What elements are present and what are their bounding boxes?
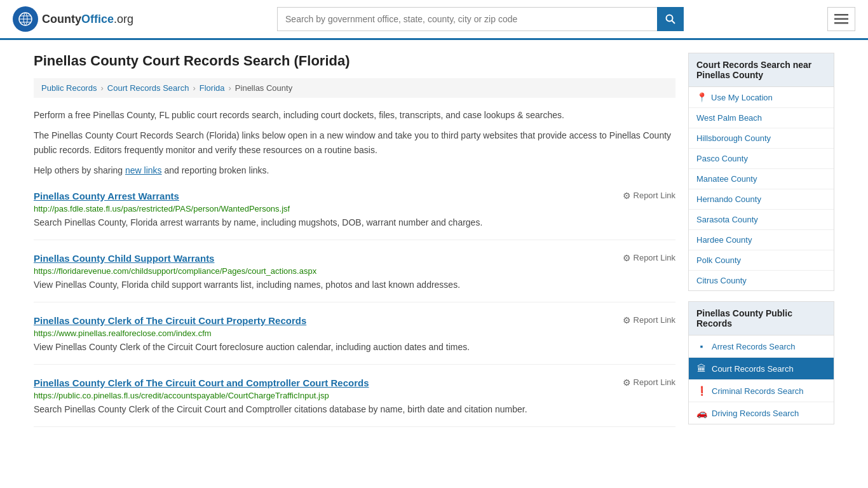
logo-area: CountyOffice.org	[13, 6, 133, 32]
report-icon-1: ⚙	[623, 253, 631, 263]
result-title-2[interactable]: Pinellas County Clerk of The Circuit Cou…	[34, 315, 306, 326]
nearby-title: Court Records Search near Pinellas Count…	[689, 53, 834, 87]
report-link-0[interactable]: ⚙ Report Link	[623, 191, 675, 201]
nearby-list-item: Hardee County	[689, 230, 834, 250]
nav-icon-1: 🏛	[696, 363, 707, 374]
result-item: Pinellas County Clerk of The Circuit Cou…	[34, 377, 675, 427]
search-icon	[665, 14, 675, 24]
report-icon-0: ⚙	[623, 191, 631, 201]
result-url-3[interactable]: https://public.co.pinellas.fl.us/credit/…	[34, 391, 675, 400]
result-url-2[interactable]: https://www.pinellas.realforeclose.com/i…	[34, 329, 675, 338]
hamburger-icon	[834, 14, 848, 24]
sidebar: Court Records Search near Pinellas Count…	[688, 53, 834, 435]
report-label-2: Report Link	[634, 315, 675, 325]
result-title-3[interactable]: Pinellas County Clerk of The Circuit Cou…	[34, 377, 369, 388]
location-pin-icon: 📍	[696, 92, 707, 102]
nearby-list-item: Polk County	[689, 250, 834, 271]
nearby-link-0[interactable]: West Palm Beach	[689, 108, 834, 128]
report-link-3[interactable]: ⚙ Report Link	[623, 377, 675, 388]
breadcrumb-sep-2: ›	[193, 83, 195, 93]
result-desc-3: Search Pinellas County Clerk of the Circ…	[34, 403, 675, 416]
nav-item-2[interactable]: ❗Criminal Records Search	[689, 380, 834, 402]
nearby-links-list: West Palm BeachHillsborough CountyPasco …	[689, 108, 834, 290]
breadcrumb-sep-1: ›	[100, 83, 103, 93]
nav-list-item: 🚗Driving Records Search	[689, 402, 834, 424]
nearby-link-7[interactable]: Polk County	[689, 250, 834, 270]
nearby-link-6[interactable]: Hardee County	[689, 230, 834, 250]
svg-rect-7	[834, 18, 848, 20]
report-link-2[interactable]: ⚙ Report Link	[623, 315, 675, 325]
nearby-list-item: Sarasota County	[689, 210, 834, 230]
nav-item-0[interactable]: ▪Arrest Records Search	[689, 336, 834, 357]
result-header: Pinellas County Arrest Warrants ⚙ Report…	[34, 191, 675, 201]
breadcrumb-public-records[interactable]: Public Records	[41, 83, 97, 93]
nearby-list-item: Manatee County	[689, 169, 834, 189]
search-button[interactable]	[657, 7, 684, 31]
nav-label-3: Driving Records Search	[712, 409, 799, 418]
nav-item-1[interactable]: 🏛Court Records Search	[689, 358, 834, 379]
public-records-title: Pinellas County Public Records	[689, 302, 834, 336]
result-desc-1: View Pinellas County, Florida child supp…	[34, 278, 675, 292]
public-records-section: Pinellas County Public Records ▪Arrest R…	[688, 301, 834, 424]
public-records-nav: ▪Arrest Records Search🏛Court Records Sea…	[689, 336, 834, 424]
svg-point-4	[667, 15, 673, 22]
result-url-1[interactable]: https://floridarevenue.com/childsupport/…	[34, 266, 675, 276]
nav-label-2: Criminal Records Search	[712, 386, 804, 396]
result-desc-2: View Pinellas County Clerk of the Circui…	[34, 341, 675, 354]
logo-icon	[13, 6, 38, 32]
header: CountyOffice.org	[0, 0, 868, 40]
breadcrumb: Public Records › Court Records Search › …	[34, 78, 675, 98]
breadcrumb-current: Pinellas County	[235, 83, 292, 93]
result-title-1[interactable]: Pinellas County Child Support Warrants	[34, 253, 214, 264]
new-links-link[interactable]: new links	[125, 165, 162, 175]
hamburger-button[interactable]	[827, 7, 855, 31]
result-item: Pinellas County Child Support Warrants ⚙…	[34, 253, 675, 302]
search-area	[277, 7, 684, 31]
nav-icon-2: ❗	[696, 386, 707, 396]
description-para3: Help others by sharing new links and rep…	[34, 163, 675, 177]
report-label-0: Report Link	[634, 191, 675, 200]
svg-rect-6	[834, 14, 848, 16]
nearby-list-item: Hillsborough County	[689, 128, 834, 149]
page-title: Pinellas County Court Records Search (Fl…	[34, 53, 675, 69]
nav-label-1: Court Records Search	[712, 364, 794, 374]
nav-list-item: 🏛Court Records Search	[689, 358, 834, 380]
nearby-list-item: Pasco County	[689, 149, 834, 169]
result-header: Pinellas County Clerk of The Circuit Cou…	[34, 377, 675, 388]
nearby-list-item: Citrus County	[689, 271, 834, 290]
breadcrumb-sep-3: ›	[229, 83, 231, 93]
nearby-list-item: Hernando County	[689, 189, 834, 210]
nearby-link-1[interactable]: Hillsborough County	[689, 128, 834, 148]
search-input[interactable]	[277, 7, 657, 31]
report-icon-2: ⚙	[623, 315, 631, 325]
nav-item-3[interactable]: 🚗Driving Records Search	[689, 402, 834, 424]
report-label-1: Report Link	[634, 253, 675, 262]
report-link-1[interactable]: ⚙ Report Link	[623, 253, 675, 263]
svg-rect-8	[834, 22, 848, 24]
main-content: Pinellas County Court Records Search (Fl…	[34, 53, 675, 435]
result-title-0[interactable]: Pinellas County Arrest Warrants	[34, 191, 179, 201]
page-content: Pinellas County Court Records Search (Fl…	[21, 40, 847, 447]
results-container: Pinellas County Arrest Warrants ⚙ Report…	[34, 191, 675, 427]
result-url-0[interactable]: http://pas.fdle.state.fl.us/pas/restrict…	[34, 204, 675, 214]
description-para2: The Pinellas County Court Records Search…	[34, 128, 675, 157]
nearby-link-2[interactable]: Pasco County	[689, 149, 834, 168]
use-location-row: 📍 Use My Location	[689, 87, 834, 108]
use-location-link[interactable]: Use My Location	[711, 93, 773, 102]
result-item: Pinellas County Clerk of The Circuit Cou…	[34, 315, 675, 365]
breadcrumb-court-records[interactable]: Court Records Search	[107, 83, 189, 93]
nearby-list-item: West Palm Beach	[689, 108, 834, 128]
logo-text: CountyOffice.org	[42, 13, 133, 26]
result-item: Pinellas County Arrest Warrants ⚙ Report…	[34, 191, 675, 240]
nearby-link-3[interactable]: Manatee County	[689, 169, 834, 189]
result-header: Pinellas County Clerk of The Circuit Cou…	[34, 315, 675, 326]
report-label-3: Report Link	[634, 377, 675, 387]
nearby-link-8[interactable]: Citrus County	[689, 271, 834, 290]
nav-list-item: ▪Arrest Records Search	[689, 336, 834, 358]
nav-list-item: ❗Criminal Records Search	[689, 380, 834, 402]
nearby-link-4[interactable]: Hernando County	[689, 189, 834, 209]
breadcrumb-florida[interactable]: Florida	[200, 83, 225, 93]
nearby-link-5[interactable]: Sarasota County	[689, 210, 834, 229]
nav-icon-3: 🚗	[696, 408, 707, 418]
result-desc-0: Search Pinellas County, Florida arrest w…	[34, 216, 675, 229]
